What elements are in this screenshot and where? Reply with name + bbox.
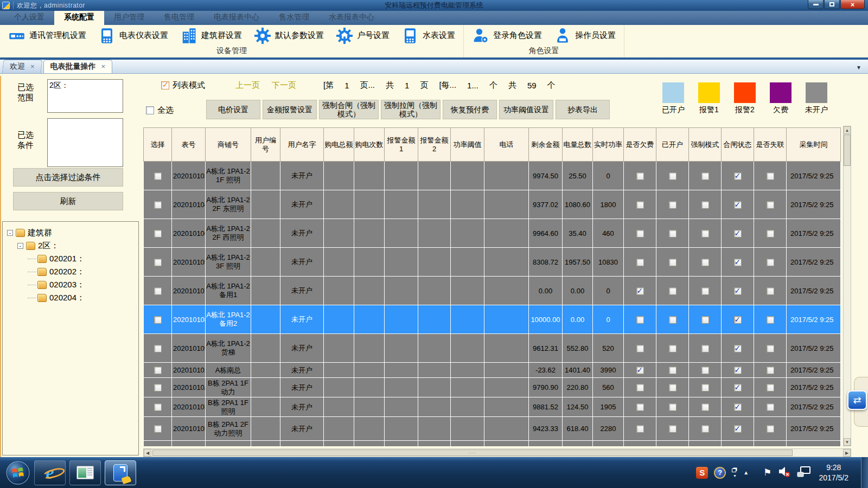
select-checkbox[interactable] bbox=[154, 384, 162, 391]
show-desktop-button[interactable] bbox=[861, 457, 868, 488]
cell-select[interactable] bbox=[144, 334, 172, 363]
cell-switch-status[interactable] bbox=[722, 305, 754, 334]
pagination-value[interactable]: 1 bbox=[405, 81, 409, 90]
action-button-price-settings[interactable]: 电价设置 bbox=[206, 100, 260, 119]
switch-status-checkbox[interactable] bbox=[734, 259, 742, 266]
is-opened-checkbox[interactable] bbox=[669, 384, 676, 391]
cell-is-offline[interactable] bbox=[754, 334, 787, 363]
scroll-up-icon[interactable]: ▲ bbox=[844, 126, 851, 134]
forced-mode-checkbox[interactable] bbox=[701, 172, 709, 180]
select-checkbox[interactable] bbox=[154, 425, 162, 433]
tree-item-room-020201[interactable]: 020201： bbox=[3, 252, 138, 265]
cell-is-owing[interactable] bbox=[624, 378, 656, 397]
is-offline-checkbox[interactable] bbox=[767, 403, 774, 411]
doc-tab-meter-batch-operation[interactable]: 电表批量操作× bbox=[43, 60, 113, 73]
select-all-checkbox[interactable]: 全选 bbox=[146, 105, 174, 115]
ribbon-button-building-group-settings[interactable]: 建筑群设置 bbox=[174, 26, 248, 45]
switch-status-checkbox[interactable] bbox=[734, 287, 742, 295]
column-header-user-code[interactable]: 用户编号 bbox=[251, 128, 280, 162]
action-button-force-switch-on[interactable]: 强制合闸（强制模式） bbox=[319, 100, 379, 119]
table-row[interactable]: 202010107A栋北 1PA1-2 备用1未开户0.000.0002017/… bbox=[144, 277, 841, 305]
cell-select[interactable] bbox=[144, 248, 172, 277]
is-owing-checkbox[interactable] bbox=[636, 384, 644, 391]
ribbon-button-default-param-settings[interactable]: 默认参数设置 bbox=[248, 26, 330, 45]
column-header-purchase-count[interactable]: 购电次数 bbox=[354, 128, 385, 162]
action-button-force-switch-off[interactable]: 强制拉闸（强制模式） bbox=[381, 100, 441, 119]
is-offline-checkbox[interactable] bbox=[767, 287, 774, 295]
cell-switch-status[interactable] bbox=[722, 190, 754, 219]
is-owing-checkbox[interactable] bbox=[636, 172, 644, 180]
table-row[interactable]: 202010105A栋北 1PA1-2 3F 照明未开户8308.721957.… bbox=[144, 248, 841, 277]
is-owing-checkbox[interactable] bbox=[636, 287, 644, 295]
cell-is-owing[interactable] bbox=[624, 305, 656, 334]
horizontal-scrollbar[interactable]: ◀ ··· ▶ bbox=[143, 448, 851, 457]
pagination-value[interactable]: 1 bbox=[344, 81, 349, 90]
cell-is-owing[interactable] bbox=[624, 397, 656, 417]
menu-tab-user-management[interactable]: 用户管理 bbox=[104, 10, 154, 25]
cell-is-opened[interactable] bbox=[656, 162, 689, 190]
menu-tab-water-report-center[interactable]: 水表报表中心 bbox=[319, 10, 384, 25]
tree-expander-icon[interactable]: - bbox=[17, 243, 23, 249]
cell-is-opened[interactable] bbox=[656, 441, 689, 447]
cell-is-owing[interactable] bbox=[624, 277, 656, 305]
cell-select[interactable] bbox=[144, 441, 172, 447]
cell-switch-status[interactable] bbox=[722, 441, 754, 447]
cell-is-owing[interactable] bbox=[624, 162, 656, 190]
column-header-energy-total[interactable]: 电量总数 bbox=[563, 128, 593, 162]
column-header-purchase-total[interactable]: 购电总额 bbox=[324, 128, 354, 162]
selected-condition-box[interactable] bbox=[47, 118, 123, 167]
forced-mode-checkbox[interactable] bbox=[701, 367, 709, 374]
cell-select[interactable] bbox=[144, 219, 172, 248]
list-mode-checkbox[interactable]: 列表模式 bbox=[161, 80, 205, 91]
cell-forced-mode[interactable] bbox=[689, 162, 722, 190]
cell-is-offline[interactable] bbox=[754, 397, 787, 417]
refresh-button[interactable]: 刷新 bbox=[13, 192, 123, 210]
volume-muted-icon[interactable] bbox=[778, 466, 791, 480]
is-offline-checkbox[interactable] bbox=[767, 384, 774, 391]
is-opened-checkbox[interactable] bbox=[669, 201, 676, 209]
cell-switch-status[interactable] bbox=[722, 397, 754, 417]
is-owing-checkbox[interactable] bbox=[636, 403, 644, 411]
table-row[interactable]: 20201010BB栋 2PA1 2F动力照明未开户9423.33618.402… bbox=[144, 417, 841, 441]
taskbar-ie-button[interactable]: e bbox=[34, 460, 66, 485]
selected-range-box[interactable]: 2区： bbox=[47, 79, 123, 113]
close-tab-icon[interactable]: × bbox=[101, 62, 106, 70]
cell-is-owing[interactable] bbox=[624, 417, 656, 441]
scroll-left-icon[interactable]: ◀ bbox=[144, 449, 151, 457]
is-offline-checkbox[interactable] bbox=[767, 367, 774, 374]
cell-select[interactable] bbox=[144, 305, 172, 334]
is-owing-checkbox[interactable] bbox=[636, 201, 644, 209]
cell-is-opened[interactable] bbox=[656, 417, 689, 441]
cell-is-offline[interactable] bbox=[754, 277, 787, 305]
is-opened-checkbox[interactable] bbox=[669, 230, 676, 237]
network-tray-icon[interactable] bbox=[797, 466, 811, 480]
close-tab-icon[interactable]: × bbox=[30, 62, 35, 70]
cell-is-offline[interactable] bbox=[754, 378, 787, 397]
next-page-link[interactable]: 下一页 bbox=[272, 80, 296, 91]
minimize-button[interactable] bbox=[808, 0, 824, 9]
taskbar-active-app-button[interactable] bbox=[105, 460, 136, 485]
forced-mode-checkbox[interactable] bbox=[701, 425, 709, 433]
prev-page-link[interactable]: 上一页 bbox=[235, 80, 260, 91]
cell-is-owing[interactable] bbox=[624, 219, 656, 248]
column-header-alarm-amount-2[interactable]: 报警金额2 bbox=[418, 128, 451, 162]
tab-list-dropdown-icon[interactable]: ▼ bbox=[856, 65, 861, 70]
cell-is-offline[interactable] bbox=[754, 417, 787, 441]
is-owing-checkbox[interactable] bbox=[636, 345, 644, 352]
cell-forced-mode[interactable] bbox=[689, 417, 722, 441]
taskbar-pinned-app-button[interactable] bbox=[69, 460, 101, 485]
select-checkbox[interactable] bbox=[154, 345, 162, 352]
column-header-power-threshold[interactable]: 功率阈值 bbox=[451, 128, 484, 162]
column-header-meter-no[interactable]: 表号 bbox=[172, 128, 206, 162]
cell-select[interactable] bbox=[144, 190, 172, 219]
table-row[interactable]: 20201010B栋 2PA1 bbox=[144, 441, 841, 447]
column-header-collect-time[interactable]: 采集时间 bbox=[787, 128, 841, 162]
sogou-tray-icon[interactable]: S bbox=[696, 467, 708, 479]
cell-switch-status[interactable] bbox=[722, 334, 754, 363]
column-header-realtime-power[interactable]: 实时功率 bbox=[593, 128, 624, 162]
start-button[interactable] bbox=[5, 460, 30, 485]
cell-is-offline[interactable] bbox=[754, 219, 787, 248]
cell-is-owing[interactable] bbox=[624, 334, 656, 363]
switch-status-checkbox[interactable] bbox=[734, 172, 742, 180]
menu-tab-electricity-sale[interactable]: 售电管理 bbox=[154, 10, 204, 25]
